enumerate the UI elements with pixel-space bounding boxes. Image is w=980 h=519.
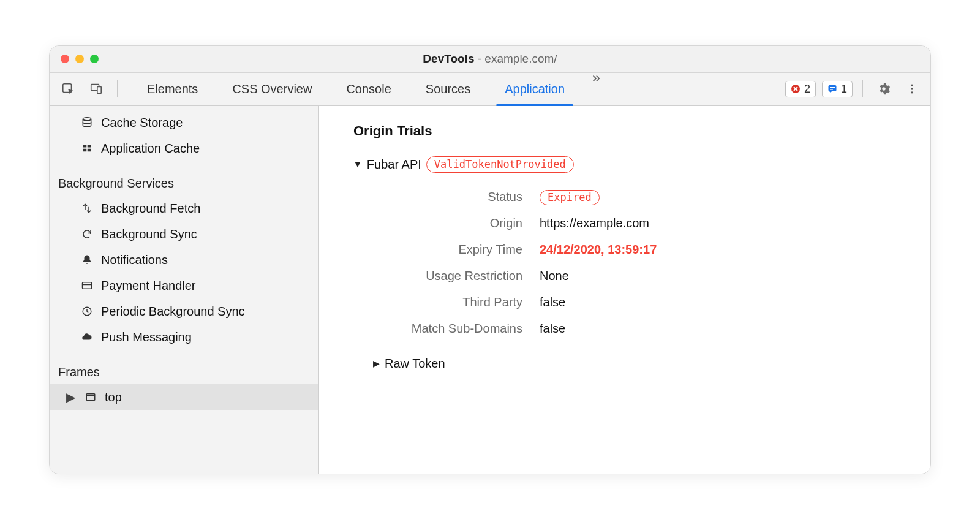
caret-right-icon: ▶ <box>373 358 380 368</box>
caret-right-icon: ▶ <box>67 388 74 406</box>
inspect-element-button[interactable] <box>57 78 79 100</box>
sidebar-item-background-sync[interactable]: Background Sync <box>50 221 318 247</box>
svg-point-11 <box>83 117 91 120</box>
sidebar-item-payment-handler[interactable]: Payment Handler <box>50 273 318 298</box>
svg-point-10 <box>911 91 913 93</box>
database-icon <box>80 116 94 129</box>
credit-card-icon <box>80 279 94 292</box>
clock-icon <box>80 305 94 318</box>
field-label: Status <box>353 190 525 204</box>
sidebar-item-frame-top[interactable]: ▶ top <box>50 384 318 410</box>
raw-token-toggle[interactable]: ▶ Raw Token <box>353 357 912 371</box>
sidebar-item-periodic-sync[interactable]: Periodic Background Sync <box>50 298 318 324</box>
window-minimize-button[interactable] <box>75 55 84 63</box>
svg-point-8 <box>911 85 913 86</box>
row-match-subdomains: Match Sub-Domains false <box>353 316 912 342</box>
panel-body: Cache Storage Application Cache Backgrou… <box>50 106 930 474</box>
errors-count: 2 <box>804 83 810 96</box>
sidebar-item-label: Cache Storage <box>101 113 183 132</box>
field-value: Expired <box>540 190 912 204</box>
sidebar-item-label: top <box>105 388 122 406</box>
sidebar-item-label: Background Sync <box>101 225 197 243</box>
error-icon <box>791 84 801 94</box>
field-label: Origin <box>353 216 525 230</box>
row-usage-restriction: Usage Restriction None <box>353 263 912 289</box>
window-title-app: DevTools <box>423 52 474 65</box>
inspect-icon <box>61 82 75 96</box>
field-value: None <box>540 269 912 283</box>
more-button[interactable] <box>901 78 923 100</box>
sidebar-item-push-messaging[interactable]: Push Messaging <box>50 324 318 350</box>
svg-point-9 <box>911 88 913 89</box>
sidebar-item-background-fetch[interactable]: Background Fetch <box>50 195 318 221</box>
field-value: https://example.com <box>540 216 912 230</box>
tab-sources[interactable]: Sources <box>411 73 485 105</box>
svg-rect-4 <box>828 85 836 91</box>
origin-trial-row[interactable]: ▼ Fubar API ValidTokenNotProvided <box>353 156 912 173</box>
devtools-toolbar: Elements CSS Overview Console Sources Ap… <box>50 73 930 106</box>
sync-icon <box>80 227 94 241</box>
settings-button[interactable] <box>873 78 895 100</box>
sidebar-group-background-services: Background Services Background Fetch Bac… <box>50 165 318 354</box>
sidebar-item-cache-storage[interactable]: Cache Storage <box>50 110 318 135</box>
origin-trial-details: Status Expired Origin https://example.co… <box>353 184 912 342</box>
svg-rect-5 <box>830 87 835 88</box>
status-pill-expired: Expired <box>540 190 600 205</box>
raw-token-label: Raw Token <box>385 357 445 371</box>
application-sidebar: Cache Storage Application Cache Backgrou… <box>50 106 319 474</box>
origin-trial-name: Fubar API <box>367 157 421 172</box>
sidebar-group-frames: Frames ▶ top <box>50 354 318 414</box>
tab-elements[interactable]: Elements <box>132 73 213 105</box>
field-label: Expiry Time <box>353 243 525 257</box>
window-title-page: example.com/ <box>484 52 557 65</box>
field-value: false <box>540 322 912 336</box>
tab-label: Sources <box>426 82 470 96</box>
svg-rect-12 <box>83 145 86 148</box>
sidebar-item-label: Application Cache <box>101 139 200 157</box>
errors-counter[interactable]: 2 <box>785 81 816 97</box>
row-origin: Origin https://example.com <box>353 210 912 237</box>
sidebar-item-label: Background Fetch <box>101 199 200 218</box>
field-label: Match Sub-Domains <box>353 322 525 336</box>
traffic-lights <box>61 55 99 63</box>
section-heading: Origin Trials <box>353 123 912 139</box>
issues-count: 1 <box>841 83 847 96</box>
tab-label: Elements <box>147 82 198 96</box>
frame-icon <box>84 390 97 404</box>
sidebar-item-application-cache[interactable]: Application Cache <box>50 135 318 161</box>
field-label: Third Party <box>353 295 525 309</box>
sidebar-group-title: Background Services <box>50 169 318 195</box>
device-icon <box>89 82 103 96</box>
row-status: Status Expired <box>353 184 912 210</box>
transfer-icon <box>80 202 94 215</box>
sidebar-item-notifications[interactable]: Notifications <box>50 247 318 273</box>
window-close-button[interactable] <box>61 55 69 63</box>
svg-rect-16 <box>83 282 92 289</box>
bell-icon <box>80 253 94 267</box>
status-pill-invalid-token: ValidTokenNotProvided <box>426 156 574 173</box>
more-vertical-icon <box>906 83 918 95</box>
titlebar: DevTools - example.com/ <box>50 46 930 73</box>
tabs-overflow-button[interactable] <box>584 73 608 105</box>
sidebar-group-cache: Cache Storage Application Cache <box>50 106 318 165</box>
window-zoom-button[interactable] <box>90 55 99 63</box>
field-value: 24/12/2020, 13:59:17 <box>540 243 912 257</box>
window-title: DevTools - example.com/ <box>50 52 930 66</box>
svg-point-7 <box>882 87 886 91</box>
device-toolbar-button[interactable] <box>85 78 107 100</box>
devtools-window: DevTools - example.com/ Elements CSS Ove… <box>49 45 931 474</box>
window-title-sep: - <box>474 52 484 65</box>
tab-application[interactable]: Application <box>490 73 579 105</box>
caret-down-icon: ▼ <box>353 159 362 169</box>
sidebar-item-label: Push Messaging <box>101 328 192 346</box>
issues-icon <box>827 84 837 94</box>
field-value: false <box>540 295 912 309</box>
tab-css-overview[interactable]: CSS Overview <box>217 73 326 105</box>
panel-tabs: Elements CSS Overview Console Sources Ap… <box>132 73 608 105</box>
tab-console[interactable]: Console <box>331 73 405 105</box>
sidebar-item-label: Payment Handler <box>101 276 196 295</box>
issues-counter[interactable]: 1 <box>822 81 853 97</box>
svg-rect-6 <box>830 89 833 90</box>
tab-label: CSS Overview <box>232 82 312 96</box>
tab-label: Console <box>346 82 391 96</box>
